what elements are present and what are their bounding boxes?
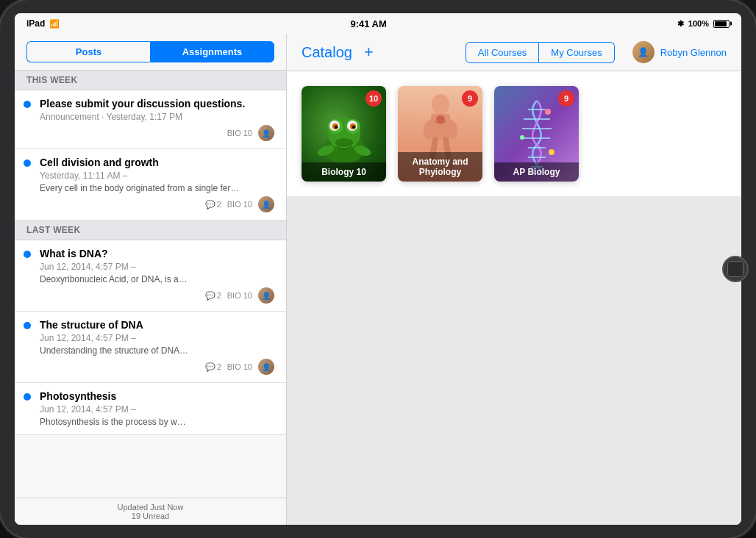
item-meta: Yesterday, 11:11 AM – [26,171,274,181]
comment-icon-symbol: 💬 [205,291,215,301]
item-preview: Every cell in the body originated from a… [26,183,274,193]
battery-body [713,20,730,28]
battery-indicator [713,20,730,28]
unread-dot [24,322,31,329]
course-label: BIO 10 [227,362,252,371]
status-right: ✱ 100% [677,19,730,29]
avatar: 👤 [258,359,274,375]
assignments-tab[interactable]: Assignments [150,41,274,62]
comment-count: 💬 2 [205,291,221,301]
status-bar: iPad 📶 9:41 AM ✱ 100% [15,13,741,34]
unread-count: 19 Unread [26,512,274,520]
item-footer: 💬 2 BIO 10 👤 [26,287,274,304]
feed-item-discussion[interactable]: Please submit your discussion questions.… [15,90,286,149]
avatar: 👤 [258,196,274,212]
course-card-anatomy[interactable]: 9 Anatomy and Phyiology [398,86,482,182]
course-label-biology10: Biology 10 [302,162,386,182]
add-catalog-button[interactable]: + [364,44,374,60]
course-card-apbiology[interactable]: 9 AP Biology [494,86,579,182]
svg-point-23 [545,109,551,115]
course-label: BIO 10 [227,129,252,137]
unread-dot [24,393,31,401]
battery-fill [715,21,727,26]
status-time: 9:41 AM [350,18,386,29]
last-week-header: Last Week [15,220,286,240]
battery-percent: 100% [688,19,709,28]
item-meta: Jun 12, 2014, 4:57 PM – [26,262,274,272]
feed-item-photosynthesis[interactable]: Photosynthesis Jun 12, 2014, 4:57 PM – P… [15,383,286,435]
svg-point-24 [520,135,524,140]
course-label: BIO 10 [227,200,252,209]
comment-icon-symbol: 💬 [205,362,215,372]
status-left: iPad 📶 [26,18,60,29]
this-week-header: This Week [15,71,286,90]
course-badge-biology10: 10 [365,90,382,107]
device-label: iPad [26,18,45,29]
item-title: Photosynthesis [26,390,274,402]
catalog-title: Catalog [302,44,352,61]
unread-dot [24,159,31,167]
main-content: Posts Assignments This Week Please submi… [15,34,741,525]
item-title: Cell division and growth [26,157,274,168]
home-button-inner [727,261,743,277]
updated-text: Updated Just Now [26,503,274,512]
item-footer: BIO 10 👤 [26,125,274,141]
avatar: 👤 [258,287,274,304]
item-meta: Jun 12, 2014, 4:57 PM – [26,404,274,415]
course-label: BIO 10 [227,291,252,300]
avatar-initials: 👤 [638,47,649,57]
item-title: What is DNA? [26,248,274,259]
item-preview: Photosynthesis is the process by w… [26,417,274,427]
all-courses-tab[interactable]: All Courses [466,42,539,63]
comment-count: 💬 2 [205,362,221,372]
course-label-apbiology: AP Biology [494,162,579,182]
course-label-anatomy: Anatomy and Phyiology [398,152,482,182]
item-title: The structure of DNA [26,319,274,331]
item-preview: Deoxyribonucleic Acid, or DNA, is a… [26,274,274,284]
unread-dot [24,251,31,258]
item-title: Please submit your discussion questions. [26,98,274,110]
feed-item-dna-structure[interactable]: The structure of DNA Jun 12, 2014, 4:57 … [15,312,286,383]
right-lower-area [287,196,741,525]
course-badge-apbiology: 9 [558,90,574,107]
home-button[interactable] [722,256,749,282]
item-footer: 💬 2 BIO 10 👤 [26,359,274,375]
ipad-frame: iPad 📶 9:41 AM ✱ 100% Posts [0,0,756,538]
ipad-screen: iPad 📶 9:41 AM ✱ 100% Posts [15,13,741,525]
svg-point-25 [549,149,554,155]
svg-point-15 [436,115,445,123]
wifi-icon: 📶 [49,19,60,29]
item-preview: Understanding the structure of DNA… [26,345,274,356]
my-courses-tab[interactable]: My Courses [539,42,614,63]
course-badge-anatomy: 9 [462,90,478,107]
comment-icon-symbol: 💬 [205,200,215,209]
svg-point-8 [335,126,338,129]
user-avatar: 👤 [632,41,655,63]
feed-item-cell-division[interactable]: Cell division and growth Yesterday, 11:1… [15,149,286,220]
avatar: 👤 [258,125,274,141]
right-header: Catalog + All Courses My Courses 👤 Robyn… [287,34,741,71]
feed-item-dna[interactable]: What is DNA? Jun 12, 2014, 4:57 PM – Deo… [15,240,286,312]
left-tab-bar: Posts Assignments [15,34,286,71]
user-section: 👤 Robyn Glennon [632,41,727,63]
comment-count: 💬 2 [205,200,221,209]
item-meta: Announcement · Yesterday, 1:17 PM [26,112,274,122]
left-panel: Posts Assignments This Week Please submi… [15,34,287,525]
right-panel: Catalog + All Courses My Courses 👤 Robyn… [287,34,741,525]
item-footer: 💬 2 BIO 10 👤 [26,196,274,212]
course-card-biology10[interactable]: 10 Biology 10 [302,86,386,182]
course-filter-tabs: All Courses My Courses [466,42,615,63]
unread-dot [24,101,31,108]
svg-point-9 [352,126,355,129]
item-meta: Jun 12, 2014, 4:57 PM – [26,333,274,343]
bluetooth-icon: ✱ [677,19,684,29]
user-name: Robyn Glennon [660,47,727,58]
posts-tab[interactable]: Posts [26,41,150,62]
footer-bar: Updated Just Now 19 Unread [15,498,286,525]
svg-point-13 [432,94,449,115]
svg-point-10 [335,138,353,147]
courses-row: 10 Biology 10 [287,71,741,196]
